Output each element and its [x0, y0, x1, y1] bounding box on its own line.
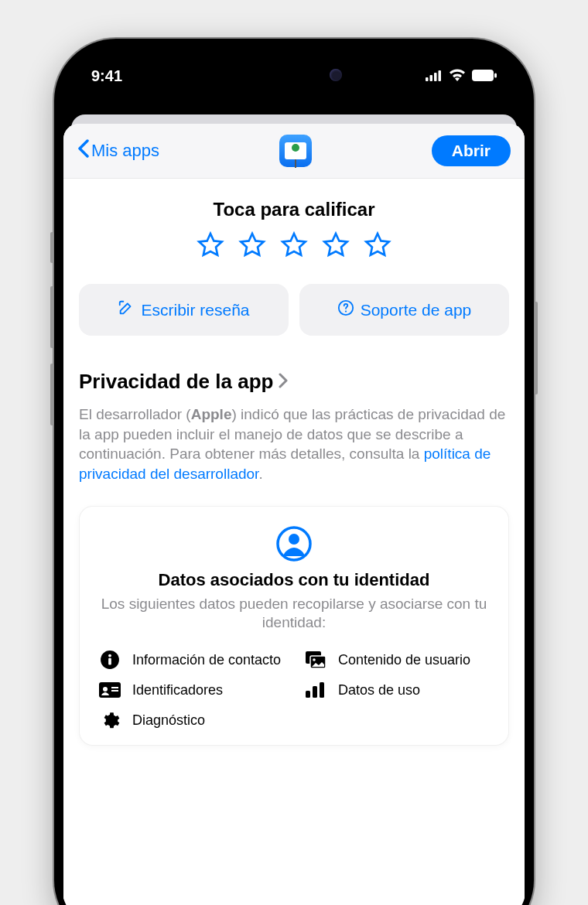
power-button: [535, 302, 538, 394]
privacy-developer: Apple: [191, 406, 232, 422]
privacy-text-1: El desarrollador (: [79, 406, 191, 422]
svg-rect-5: [494, 73, 497, 77]
wifi-icon: [449, 67, 466, 85]
app-support-label: Soporte de app: [361, 301, 472, 319]
privacy-description: El desarrollador (Apple) indicó que las …: [79, 405, 509, 484]
svg-point-15: [313, 658, 316, 661]
data-diagnostics: Diagnóstico: [98, 711, 284, 731]
silent-switch: [50, 232, 53, 263]
info-icon: [98, 650, 121, 670]
app-icon-keynote: [279, 135, 312, 167]
svg-point-17: [103, 687, 108, 692]
svg-point-11: [108, 654, 111, 657]
data-user-content: Contenido de usuario: [304, 650, 490, 670]
data-diagnostics-label: Diagnóstico: [132, 712, 205, 729]
svg-rect-3: [439, 70, 442, 81]
svg-rect-20: [306, 691, 310, 698]
data-usage-label: Datos de uso: [338, 682, 420, 698]
star-2[interactable]: [238, 231, 266, 262]
star-4[interactable]: [322, 231, 350, 262]
svg-point-7: [345, 310, 347, 312]
privacy-card: Datos asociados con tu identidad Los sig…: [79, 506, 509, 746]
svg-rect-1: [430, 75, 433, 81]
data-grid: Información de contacto Contenido de usu…: [98, 650, 490, 731]
write-review-label: Escribir reseña: [141, 301, 249, 319]
action-row: Escribir reseña Soporte de app: [79, 284, 509, 336]
back-button[interactable]: Mis apps: [77, 139, 159, 162]
rating-stars: [79, 231, 509, 262]
privacy-header[interactable]: Privacidad de la app: [79, 370, 509, 394]
card-subtitle: Los siguientes datos pueden recopilarse …: [98, 595, 490, 633]
write-review-button[interactable]: Escribir reseña: [79, 284, 289, 336]
app-support-button[interactable]: Soporte de app: [299, 284, 509, 336]
svg-rect-2: [434, 73, 437, 81]
bar-chart-icon: [304, 682, 327, 698]
svg-rect-4: [472, 70, 494, 81]
nav-bar: Mis apps Abrir: [63, 124, 525, 179]
card-title: Datos asociados con tu identidad: [98, 570, 490, 590]
svg-rect-22: [320, 682, 324, 698]
id-card-icon: [98, 682, 121, 698]
back-label: Mis apps: [91, 141, 159, 161]
data-contact-label: Información de contacto: [132, 652, 281, 668]
svg-rect-0: [426, 77, 429, 81]
status-time: 9:41: [91, 67, 122, 85]
app-store-sheet: Mis apps Abrir Toca para calificar: [63, 124, 525, 905]
svg-rect-21: [313, 686, 317, 698]
svg-rect-12: [108, 658, 111, 665]
star-3[interactable]: [280, 231, 308, 262]
volume-up: [50, 286, 53, 348]
chevron-right-icon: [278, 373, 289, 391]
photos-icon: [304, 651, 327, 669]
cellular-icon: [426, 67, 443, 85]
phone-frame: 9:41 Mis apps: [54, 39, 534, 905]
data-usage: Datos de uso: [304, 682, 490, 698]
svg-point-9: [289, 534, 299, 545]
chevron-left-icon: [77, 139, 90, 162]
battery-icon: [472, 67, 497, 85]
star-5[interactable]: [364, 231, 391, 262]
data-user-content-label: Contenido de usuario: [338, 652, 470, 668]
help-icon: [337, 299, 354, 320]
data-identifiers: Identificadores: [98, 682, 284, 698]
open-button[interactable]: Abrir: [432, 135, 511, 166]
svg-rect-18: [111, 687, 118, 688]
star-1[interactable]: [197, 231, 224, 262]
rating-title: Toca para calificar: [79, 199, 509, 220]
privacy-text-3: .: [258, 466, 262, 482]
compose-icon: [118, 299, 135, 320]
rating-section: Toca para calificar: [79, 199, 509, 262]
privacy-title: Privacidad de la app: [79, 370, 273, 394]
data-contact: Información de contacto: [98, 650, 284, 670]
data-identifiers-label: Identificadores: [132, 682, 223, 698]
volume-down: [50, 364, 53, 425]
person-circle-icon: [98, 525, 490, 562]
dynamic-island: [232, 59, 356, 91]
open-label: Abrir: [452, 142, 491, 159]
gear-icon: [98, 711, 121, 731]
svg-rect-19: [111, 690, 118, 692]
